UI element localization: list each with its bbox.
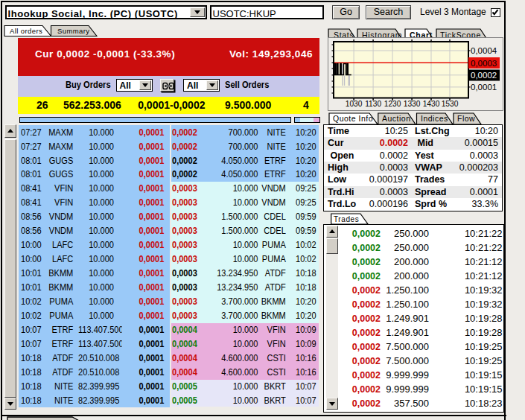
svg-text:All orders: All orders	[10, 27, 42, 35]
svg-text:1130: 1130	[365, 99, 381, 107]
svg-text:Quote Info: Quote Info	[333, 114, 373, 123]
svg-text:0,0001: 0,0001	[471, 83, 497, 92]
svg-text:Flow: Flow	[457, 114, 475, 123]
svg-text:1230: 1230	[384, 99, 401, 107]
svg-text:Indices: Indices	[421, 114, 448, 123]
svg-text:Auction: Auction	[382, 114, 411, 123]
svg-text:Trades: Trades	[334, 215, 359, 223]
svg-text:0,0004: 0,0004	[471, 46, 497, 55]
svg-text:0,0002: 0,0002	[471, 71, 497, 80]
svg-text:1430: 1430	[422, 99, 439, 107]
svg-text:1030: 1030	[345, 99, 362, 107]
svg-text:Summary: Summary	[57, 27, 89, 35]
svg-text:1530: 1530	[441, 99, 458, 107]
svg-text:0,0003: 0,0003	[471, 58, 497, 67]
svg-text:1330: 1330	[403, 99, 420, 107]
